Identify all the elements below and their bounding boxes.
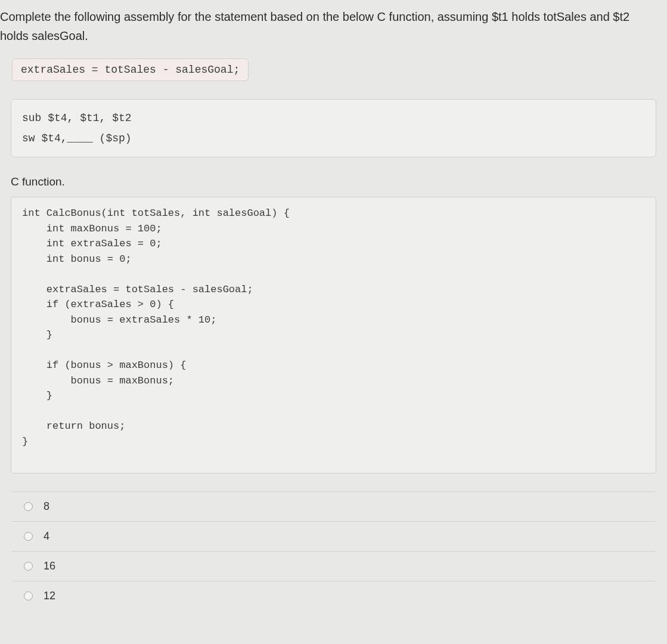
radio-icon[interactable] xyxy=(24,502,33,511)
assembly-code-block: sub $t4, $t1, $t2 sw $t4,____ ($sp) xyxy=(11,99,656,157)
option-row[interactable]: 16 xyxy=(12,551,655,581)
radio-icon[interactable] xyxy=(24,592,33,600)
c-function-heading: C function. xyxy=(11,175,667,188)
option-label: 4 xyxy=(44,530,49,543)
statement-code-block: extraSales = totSales - salesGoal; xyxy=(12,58,249,81)
option-row[interactable]: 8 xyxy=(12,491,655,521)
option-row[interactable]: 12 xyxy=(12,581,655,611)
option-label: 12 xyxy=(44,590,55,602)
option-label: 8 xyxy=(44,500,49,513)
radio-icon[interactable] xyxy=(24,532,33,541)
question-prompt: Complete the following assembly for the … xyxy=(0,0,667,48)
answer-options: 8 4 16 12 xyxy=(12,491,655,611)
option-row[interactable]: 4 xyxy=(12,521,655,551)
c-code-block: int CalcBonus(int totSales, int salesGoa… xyxy=(11,197,656,473)
option-label: 16 xyxy=(44,560,55,572)
radio-icon[interactable] xyxy=(24,562,33,571)
